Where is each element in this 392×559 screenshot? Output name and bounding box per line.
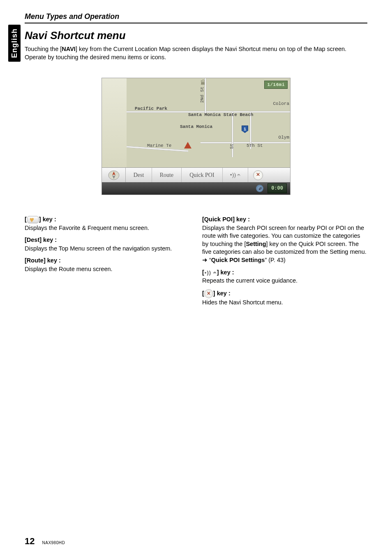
voice-icon: •)) 𝄐 — [230, 172, 241, 179]
page-footer: 12 NAX980HD — [25, 536, 65, 547]
bank-icon: 🏛 — [201, 80, 208, 86]
screenshot-left-strip — [102, 78, 127, 167]
label-5th-st: 5Th St — [247, 143, 263, 148]
close-key-section: [×] key : Hides the Navi Shortcut menu. — [202, 289, 367, 307]
status-disc-icon: ∅ — [256, 185, 263, 192]
fav-key-desc: Displays the Favorite & Frequent menu sc… — [25, 224, 190, 232]
route-shield-icon: 1 — [242, 125, 248, 133]
section-title: Navi Shortcut menu — [25, 29, 367, 42]
close-icon: × — [253, 170, 263, 180]
dest-button[interactable]: Dest — [126, 168, 152, 182]
label-pacific-park: Pacific Park — [135, 106, 167, 111]
car-position-icon — [184, 142, 191, 148]
qpoi-key-label: [Quick POI] key : — [202, 216, 367, 224]
voice-key-section: [•)) 𝄐] key : Repeats the current voice … — [202, 269, 367, 285]
road-2nd-v — [205, 78, 206, 113]
route-key-label: [Route] key : — [25, 257, 190, 265]
voice-repeat-button[interactable]: •)) 𝄐 — [223, 168, 248, 182]
breadcrumb: Menu Types and Operation — [25, 12, 367, 23]
favorite-icon — [27, 216, 39, 223]
fav-key-section: [] key : Displays the Favorite & Frequen… — [25, 216, 190, 232]
label-olym: Olym — [279, 135, 289, 140]
label-2nd-st: 2Nd St — [200, 87, 205, 103]
voice-inline-icon: •)) 𝄐 — [205, 269, 217, 276]
close-inline-icon: × — [204, 289, 213, 298]
favorite-compass-icon — [108, 170, 120, 181]
model-number: NAX980HD — [42, 540, 65, 545]
label-sm-state-beach: Santa Monica State Beach — [188, 112, 253, 117]
screenshot-container: 1/16mi 🏛 Pacific Park Santa Monica State… — [25, 78, 367, 195]
intro-paragraph: Touching the [NAVI] key from the Current… — [25, 45, 367, 61]
dest-key-desc: Displays the Top Menu screen of the navi… — [25, 245, 190, 253]
scale-badge[interactable]: 1/16mi — [264, 81, 288, 89]
dest-key-label: [Dest] key : — [25, 236, 190, 244]
label-st: St — [229, 144, 234, 149]
label-marine-te: Marine Te — [147, 143, 171, 148]
dest-key-section: [Dest] key : Displays the Top Menu scree… — [25, 236, 190, 253]
quick-poi-button[interactable]: Quick POI — [182, 168, 223, 182]
description-columns: [] key : Displays the Favorite & Frequen… — [25, 216, 367, 311]
close-key-desc: Hides the Navi Shortcut menu. — [202, 299, 367, 307]
route-key-section: [Route] key : Displays the Route menu sc… — [25, 257, 190, 273]
voice-key-desc: Repeats the current voice guidance. — [202, 277, 367, 285]
language-tab: English — [8, 25, 21, 62]
map-area: 1/16mi 🏛 Pacific Park Santa Monica State… — [127, 78, 290, 167]
status-time: 0:00 — [267, 183, 287, 193]
nav-shortcut-bar: Dest Route Quick POI •)) 𝄐 × — [102, 167, 290, 182]
label-colora: Colora — [273, 101, 289, 106]
close-button[interactable]: × — [248, 168, 268, 182]
route-button[interactable]: Route — [152, 168, 182, 182]
qpoi-key-section: [Quick POI] key : Displays the Search PO… — [202, 216, 367, 264]
right-column: [Quick POI] key : Displays the Search PO… — [202, 216, 367, 311]
favorite-button[interactable] — [102, 168, 126, 182]
road-st-v — [232, 112, 233, 157]
nav-screenshot: 1/16mi 🏛 Pacific Park Santa Monica State… — [101, 78, 291, 195]
qpoi-key-desc: Displays the Search POI screen for nearb… — [202, 224, 367, 264]
route-key-desc: Displays the Route menu screen. — [25, 265, 190, 274]
left-column: [] key : Displays the Favorite & Frequen… — [25, 216, 190, 311]
road-5th-h — [201, 142, 290, 144]
status-bar: ∅ 0:00 — [102, 182, 290, 195]
label-santa-monica: Santa Monica — [180, 124, 212, 129]
page-number: 12 — [25, 536, 35, 547]
